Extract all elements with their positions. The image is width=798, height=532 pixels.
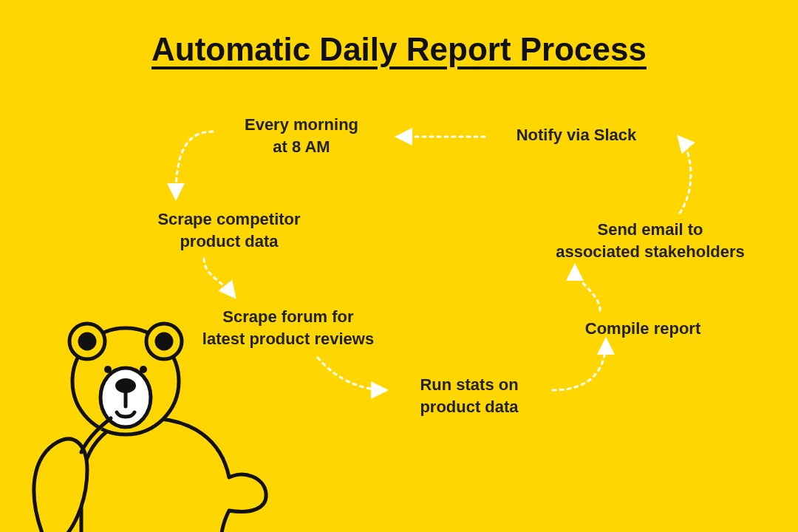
svg-point-7 — [104, 366, 112, 373]
page-title: Automatic Daily Report Process — [151, 31, 647, 68]
step-trigger: Every morningat 8 AM — [205, 114, 398, 157]
svg-point-6 — [115, 378, 136, 393]
bear-mascot-icon — [0, 270, 288, 532]
step-run-stats: Run stats onproduct data — [384, 374, 554, 417]
svg-point-8 — [140, 366, 147, 373]
step-send-email: Send email toassociated stakeholders — [532, 219, 768, 262]
step-scrape-competitor: Scrape competitorproduct data — [133, 208, 325, 252]
svg-point-3 — [80, 334, 95, 349]
svg-point-4 — [157, 334, 171, 349]
step-compile-report: Compile report — [562, 318, 724, 340]
step-notify-slack: Notify via Slack — [480, 124, 672, 146]
